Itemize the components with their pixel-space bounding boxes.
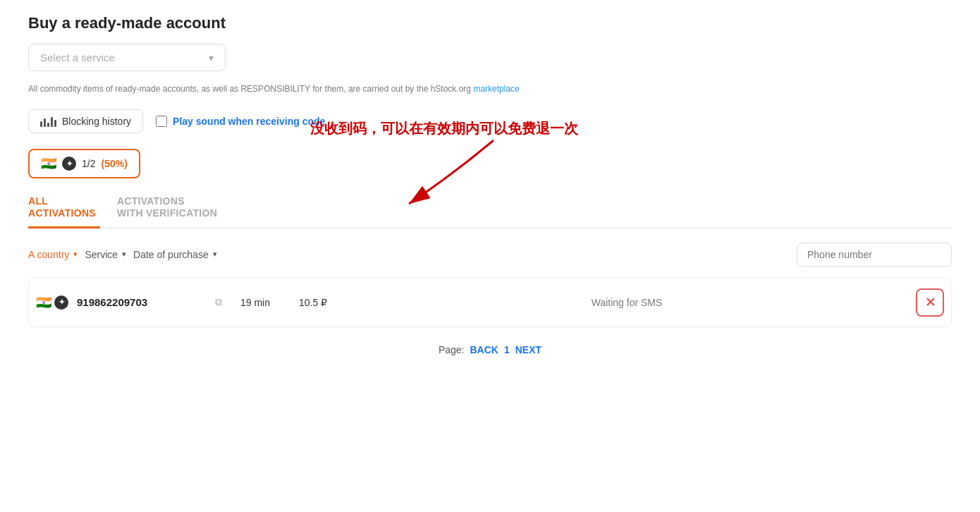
- blocking-history-button[interactable]: Blocking history: [28, 109, 143, 133]
- service-chevron-icon: ▾: [122, 250, 126, 259]
- row-flags: 🇮🇳 ✦: [36, 295, 68, 310]
- page-label: Page:: [439, 344, 465, 355]
- openai-icon: ✦: [62, 157, 76, 171]
- select-service-wrapper: Select a service ▾: [28, 44, 952, 71]
- cancel-button[interactable]: ✕: [916, 288, 944, 317]
- stats-badge: 🇮🇳 ✦ 1/2 (50%): [28, 149, 140, 178]
- copy-icon[interactable]: ⧉: [215, 296, 222, 308]
- service-filter-button[interactable]: Service ▾: [85, 246, 126, 263]
- openai-service-icon: ✦: [54, 295, 68, 310]
- sound-checkbox-row: Play sound when receiving code: [156, 116, 325, 127]
- filters-row: A country ▾ Service ▾ Date of purchase ▾: [28, 243, 952, 267]
- pagination-back[interactable]: BACK: [470, 344, 498, 355]
- date-filter-button[interactable]: Date of purchase ▾: [133, 246, 217, 263]
- table-row: 🇮🇳 ✦ 919862209703 ⧉ 19 min 10.5 ₽ Waitin…: [28, 278, 952, 327]
- sound-checkbox[interactable]: [156, 116, 167, 127]
- select-service-placeholder: Select a service: [40, 51, 115, 63]
- main-content: 没收到码，可以在有效期内可以免费退一次 ALL ACTIVATIONS ACTI…: [28, 190, 952, 327]
- row-time: 19 min: [231, 297, 280, 308]
- marketplace-link[interactable]: marketplace: [473, 84, 519, 94]
- info-text: All commodity items of ready-made accoun…: [28, 84, 522, 94]
- row-price: 10.5 ₽: [288, 297, 338, 308]
- india-flag-icon: 🇮🇳: [36, 295, 51, 310]
- country-filter-button[interactable]: A country ▾: [28, 246, 78, 263]
- pagination-current: 1: [504, 344, 510, 355]
- phone-search-input[interactable]: [797, 243, 952, 267]
- tabs-row: ALL ACTIVATIONS ACTIVATIONS WITH VERIFIC…: [28, 190, 952, 228]
- select-service-dropdown[interactable]: Select a service ▾: [28, 44, 226, 71]
- page-title: Buy a ready-made account: [28, 14, 952, 32]
- row-phone-number: 919862209703: [77, 296, 204, 308]
- stats-fraction: 1/2: [82, 158, 95, 169]
- chevron-down-icon: ▾: [209, 52, 214, 63]
- controls-row: Blocking history Play sound when receivi…: [28, 109, 952, 133]
- country-chevron-icon: ▾: [73, 250, 78, 259]
- tab-all-activations[interactable]: ALL ACTIVATIONS: [28, 190, 100, 228]
- sound-label: Play sound when receiving code: [173, 116, 325, 127]
- row-status: Waiting for SMS: [346, 297, 907, 308]
- tab-activations-with-verification[interactable]: ACTIVATIONS WITH VERIFICATION: [117, 190, 221, 227]
- phone-input-wrapper: [797, 243, 952, 267]
- bar-chart-icon: [40, 116, 56, 127]
- pagination-row: Page: BACK 1 NEXT: [28, 344, 952, 355]
- date-chevron-icon: ▾: [213, 250, 217, 259]
- stats-percent: (50%): [101, 158, 127, 169]
- pagination-next[interactable]: NEXT: [515, 344, 541, 355]
- india-flag-icon: 🇮🇳: [41, 156, 56, 171]
